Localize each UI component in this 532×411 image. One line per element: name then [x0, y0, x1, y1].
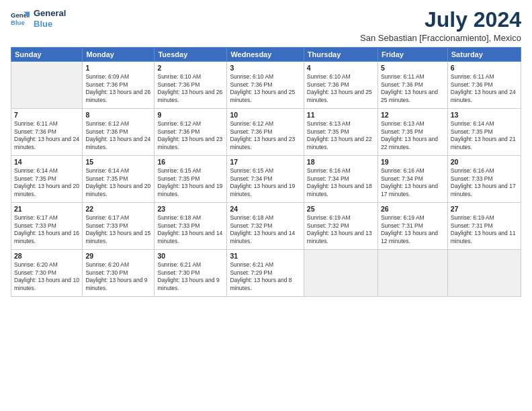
calendar-cell: 13 Sunrise: 6:14 AMSunset: 7:35 PMDaylig… [447, 109, 521, 156]
calendar-cell: 15 Sunrise: 6:14 AMSunset: 7:35 PMDaylig… [83, 156, 154, 203]
day-info: Sunrise: 6:13 AMSunset: 7:35 PMDaylight:… [381, 120, 445, 151]
day-info: Sunrise: 6:10 AMSunset: 7:36 PMDaylight:… [157, 73, 224, 104]
logo-icon: General Blue [11, 9, 30, 28]
day-info: Sunrise: 6:14 AMSunset: 7:35 PMDaylight:… [14, 167, 79, 198]
day-info: Sunrise: 6:14 AMSunset: 7:35 PMDaylight:… [451, 120, 518, 151]
calendar-cell: 31 Sunrise: 6:21 AMSunset: 7:29 PMDaylig… [227, 250, 304, 297]
calendar-cell: 19 Sunrise: 6:16 AMSunset: 7:34 PMDaylig… [378, 156, 447, 203]
calendar-cell: 27 Sunrise: 6:19 AMSunset: 7:31 PMDaylig… [447, 203, 521, 250]
calendar-cell [304, 250, 378, 297]
day-info: Sunrise: 6:10 AMSunset: 7:36 PMDaylight:… [230, 73, 300, 104]
day-info: Sunrise: 6:16 AMSunset: 7:33 PMDaylight:… [451, 167, 518, 198]
svg-text:Blue: Blue [11, 18, 25, 26]
header: General Blue GeneralBlue July 2024 San S… [11, 8, 521, 43]
day-info: Sunrise: 6:16 AMSunset: 7:34 PMDaylight:… [307, 167, 375, 198]
day-info: Sunrise: 6:18 AMSunset: 7:32 PMDaylight:… [230, 214, 300, 245]
day-number: 5 [381, 64, 445, 72]
col-wednesday: Wednesday [227, 48, 304, 62]
calendar-cell: 11 Sunrise: 6:13 AMSunset: 7:35 PMDaylig… [304, 109, 378, 156]
day-info: Sunrise: 6:21 AMSunset: 7:30 PMDaylight:… [157, 261, 224, 292]
header-row: Sunday Monday Tuesday Wednesday Thursday… [11, 48, 521, 62]
col-monday: Monday [83, 48, 154, 62]
calendar-cell: 14 Sunrise: 6:14 AMSunset: 7:35 PMDaylig… [11, 156, 83, 203]
day-info: Sunrise: 6:20 AMSunset: 7:30 PMDaylight:… [85, 261, 151, 292]
calendar-cell: 12 Sunrise: 6:13 AMSunset: 7:35 PMDaylig… [378, 109, 447, 156]
calendar-cell: 30 Sunrise: 6:21 AMSunset: 7:30 PMDaylig… [154, 250, 227, 297]
day-info: Sunrise: 6:11 AMSunset: 7:36 PMDaylight:… [14, 120, 79, 151]
calendar-body: 1 Sunrise: 6:09 AMSunset: 7:36 PMDayligh… [11, 62, 521, 297]
calendar-cell: 28 Sunrise: 6:20 AMSunset: 7:30 PMDaylig… [11, 250, 83, 297]
day-info: Sunrise: 6:16 AMSunset: 7:34 PMDaylight:… [381, 167, 445, 198]
calendar-cell: 10 Sunrise: 6:12 AMSunset: 7:36 PMDaylig… [227, 109, 304, 156]
day-info: Sunrise: 6:19 AMSunset: 7:32 PMDaylight:… [307, 214, 375, 245]
calendar-header: Sunday Monday Tuesday Wednesday Thursday… [11, 48, 521, 62]
day-info: Sunrise: 6:21 AMSunset: 7:29 PMDaylight:… [230, 261, 300, 292]
calendar-cell: 21 Sunrise: 6:17 AMSunset: 7:33 PMDaylig… [11, 203, 83, 250]
day-number: 18 [307, 158, 375, 166]
calendar-cell: 7 Sunrise: 6:11 AMSunset: 7:36 PMDayligh… [11, 109, 83, 156]
calendar-cell: 20 Sunrise: 6:16 AMSunset: 7:33 PMDaylig… [447, 156, 521, 203]
calendar-cell [378, 250, 447, 297]
day-number: 8 [85, 111, 151, 119]
day-number: 1 [85, 64, 151, 72]
calendar-week-0: 1 Sunrise: 6:09 AMSunset: 7:36 PMDayligh… [11, 62, 521, 109]
calendar-cell: 23 Sunrise: 6:18 AMSunset: 7:33 PMDaylig… [154, 203, 227, 250]
day-number: 10 [230, 111, 300, 119]
day-number: 23 [157, 205, 224, 213]
day-number: 24 [230, 205, 300, 213]
day-info: Sunrise: 6:12 AMSunset: 7:36 PMDaylight:… [230, 120, 300, 151]
day-info: Sunrise: 6:20 AMSunset: 7:30 PMDaylight:… [14, 261, 79, 292]
day-info: Sunrise: 6:15 AMSunset: 7:34 PMDaylight:… [230, 167, 300, 198]
calendar-cell: 22 Sunrise: 6:17 AMSunset: 7:33 PMDaylig… [83, 203, 154, 250]
day-info: Sunrise: 6:13 AMSunset: 7:35 PMDaylight:… [307, 120, 375, 151]
day-number: 30 [157, 252, 224, 260]
col-sunday: Sunday [11, 48, 83, 62]
calendar-cell: 3 Sunrise: 6:10 AMSunset: 7:36 PMDayligh… [227, 62, 304, 109]
calendar-cell: 18 Sunrise: 6:16 AMSunset: 7:34 PMDaylig… [304, 156, 378, 203]
calendar-cell: 26 Sunrise: 6:19 AMSunset: 7:31 PMDaylig… [378, 203, 447, 250]
day-number: 27 [451, 205, 518, 213]
day-number: 15 [85, 158, 151, 166]
day-number: 2 [157, 64, 224, 72]
calendar-cell: 5 Sunrise: 6:11 AMSunset: 7:36 PMDayligh… [378, 62, 447, 109]
calendar-cell: 9 Sunrise: 6:12 AMSunset: 7:36 PMDayligh… [154, 109, 227, 156]
calendar-week-1: 7 Sunrise: 6:11 AMSunset: 7:36 PMDayligh… [11, 109, 521, 156]
day-info: Sunrise: 6:12 AMSunset: 7:36 PMDaylight:… [157, 120, 224, 151]
col-saturday: Saturday [447, 48, 521, 62]
calendar-cell: 6 Sunrise: 6:11 AMSunset: 7:36 PMDayligh… [447, 62, 521, 109]
day-info: Sunrise: 6:19 AMSunset: 7:31 PMDaylight:… [451, 214, 518, 245]
calendar-week-3: 21 Sunrise: 6:17 AMSunset: 7:33 PMDaylig… [11, 203, 521, 250]
day-number: 4 [307, 64, 375, 72]
day-number: 31 [230, 252, 300, 260]
day-number: 22 [85, 205, 151, 213]
day-info: Sunrise: 6:19 AMSunset: 7:31 PMDaylight:… [381, 214, 445, 245]
calendar-cell: 4 Sunrise: 6:10 AMSunset: 7:36 PMDayligh… [304, 62, 378, 109]
day-info: Sunrise: 6:12 AMSunset: 7:36 PMDaylight:… [85, 120, 151, 151]
subtitle: San Sebastian [Fraccionamiento], Mexico [360, 33, 521, 43]
calendar-cell [447, 250, 521, 297]
day-number: 29 [85, 252, 151, 260]
calendar-cell: 17 Sunrise: 6:15 AMSunset: 7:34 PMDaylig… [227, 156, 304, 203]
calendar-week-2: 14 Sunrise: 6:14 AMSunset: 7:35 PMDaylig… [11, 156, 521, 203]
day-info: Sunrise: 6:14 AMSunset: 7:35 PMDaylight:… [85, 167, 151, 198]
day-number: 26 [381, 205, 445, 213]
calendar-cell [11, 62, 83, 109]
day-number: 28 [14, 252, 79, 260]
day-info: Sunrise: 6:09 AMSunset: 7:36 PMDaylight:… [85, 73, 151, 104]
day-number: 3 [230, 64, 300, 72]
col-thursday: Thursday [304, 48, 378, 62]
main-title: July 2024 [360, 8, 521, 32]
day-number: 11 [307, 111, 375, 119]
day-number: 20 [451, 158, 518, 166]
calendar-cell: 16 Sunrise: 6:15 AMSunset: 7:35 PMDaylig… [154, 156, 227, 203]
day-number: 6 [451, 64, 518, 72]
day-info: Sunrise: 6:17 AMSunset: 7:33 PMDaylight:… [85, 214, 151, 245]
calendar-cell: 8 Sunrise: 6:12 AMSunset: 7:36 PMDayligh… [83, 109, 154, 156]
col-tuesday: Tuesday [154, 48, 227, 62]
col-friday: Friday [378, 48, 447, 62]
day-info: Sunrise: 6:15 AMSunset: 7:35 PMDaylight:… [157, 167, 224, 198]
calendar-cell: 1 Sunrise: 6:09 AMSunset: 7:36 PMDayligh… [83, 62, 154, 109]
day-info: Sunrise: 6:18 AMSunset: 7:33 PMDaylight:… [157, 214, 224, 245]
day-number: 25 [307, 205, 375, 213]
day-number: 9 [157, 111, 224, 119]
